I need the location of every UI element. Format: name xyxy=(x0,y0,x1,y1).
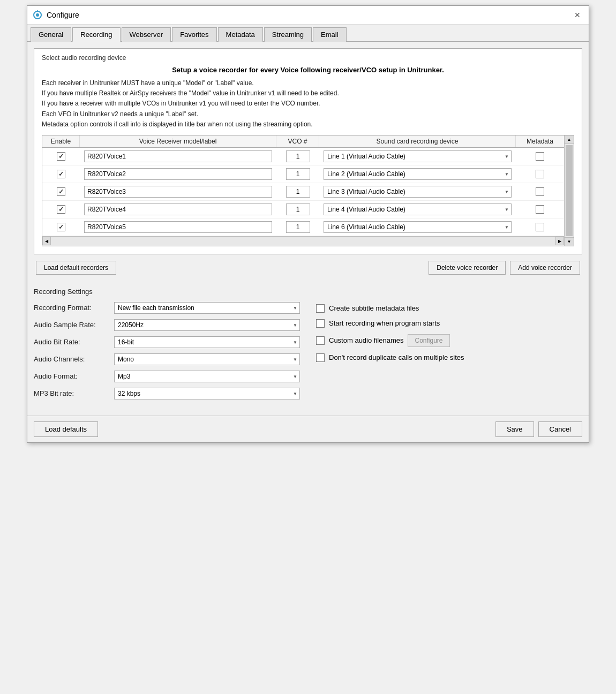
meta-checkbox-1[interactable] xyxy=(536,152,544,161)
checkbox-row-customnames: Custom audio filenames Configure xyxy=(316,334,582,347)
model-cell-1 xyxy=(80,150,276,162)
svg-point-1 xyxy=(36,13,39,17)
close-button[interactable]: ✕ xyxy=(572,9,583,21)
configure-window: Configure ✕ General Recording Webserver … xyxy=(27,5,589,443)
info-line-2: If you have multiple Realtek or AirSpy r… xyxy=(42,88,574,99)
col-soundcard: Sound card recording device xyxy=(319,135,516,147)
col-vco: VCO # xyxy=(276,135,319,147)
model-input-1[interactable] xyxy=(84,150,272,162)
title-bar: Configure ✕ xyxy=(27,6,589,25)
soundcard-select-1[interactable]: Line 1 (Virtual Audio Cable) xyxy=(324,150,512,162)
info-line-1: Each receiver in Unitrunker MUST have a … xyxy=(42,78,574,88)
settings-title: Recording Settings xyxy=(34,288,582,296)
samplerate-select[interactable]: 22050Hz xyxy=(114,319,300,331)
soundcard-select-2[interactable]: Line 2 (Virtual Audio Cable) xyxy=(324,168,512,180)
tab-webserver[interactable]: Webserver xyxy=(122,27,171,42)
footer-right-buttons: Save Cancel xyxy=(495,421,582,437)
table-body: Line 1 (Virtual Audio Cable) xyxy=(42,148,564,236)
table-row: Line 1 (Virtual Audio Cable) xyxy=(42,148,564,165)
table-main: Enable Voice Receiver model/label VCO # … xyxy=(42,135,564,246)
meta-checkbox-3[interactable] xyxy=(536,187,544,196)
tab-metadata[interactable]: Metadata xyxy=(218,27,263,42)
soundcard-cell-1: Line 1 (Virtual Audio Cable) xyxy=(319,150,516,162)
enable-checkbox-2[interactable] xyxy=(57,170,65,178)
load-defaults-button[interactable]: Load defaults xyxy=(34,421,98,437)
recording-section: Select audio recording device Setup a vo… xyxy=(34,48,582,254)
tab-bar: General Recording Webserver Favorites Me… xyxy=(27,25,589,42)
window-title: Configure xyxy=(47,11,79,19)
main-content: Select audio recording device Setup a vo… xyxy=(27,42,589,416)
mp3bitrate-select[interactable]: 32 kbps xyxy=(114,388,300,399)
setting-row-channels: Audio Channels: Mono xyxy=(34,353,300,365)
enable-checkbox-3[interactable] xyxy=(57,187,65,196)
scroll-track xyxy=(51,237,555,246)
delete-voice-recorder-button[interactable]: Delete voice recorder xyxy=(429,261,506,275)
settings-grid: Recording Format: New file each transmis… xyxy=(34,302,582,405)
customnames-checkbox[interactable] xyxy=(316,336,325,345)
vco-input-4[interactable] xyxy=(286,203,310,215)
scroll-left-btn[interactable]: ◀ xyxy=(42,237,51,245)
setting-row-format: Recording Format: New file each transmis… xyxy=(34,302,300,314)
load-default-recorders-button[interactable]: Load default recorders xyxy=(36,261,116,275)
samplerate-label: Audio Sample Rate: xyxy=(34,321,109,329)
meta-checkbox-5[interactable] xyxy=(536,223,544,231)
meta-checkbox-2[interactable] xyxy=(536,170,544,178)
enable-checkbox-5[interactable] xyxy=(57,223,65,231)
soundcard-select-3[interactable]: Line 3 (Virtual Audio Cable) xyxy=(324,186,512,198)
channels-label: Audio Channels: xyxy=(34,355,109,363)
noduplicate-checkbox[interactable] xyxy=(316,353,325,362)
audioformat-select[interactable]: Mp3 xyxy=(114,371,300,382)
soundcard-wrapper-1: Line 1 (Virtual Audio Cable) xyxy=(324,150,512,162)
vco-input-5[interactable] xyxy=(286,221,310,233)
autostart-checkbox[interactable] xyxy=(316,319,325,328)
enable-checkbox-4[interactable] xyxy=(57,205,65,214)
vertical-scrollbar[interactable]: ▲ ▼ xyxy=(564,135,574,246)
tab-favorites[interactable]: Favorites xyxy=(172,27,216,42)
meta-cell-1 xyxy=(516,152,564,161)
channels-select[interactable]: Mono xyxy=(114,353,300,365)
tab-recording[interactable]: Recording xyxy=(72,27,120,42)
soundcard-select-4[interactable]: Line 4 (Virtual Audio Cable) xyxy=(324,203,512,215)
col-model: Voice Receiver model/label xyxy=(80,135,276,147)
vco-input-3[interactable] xyxy=(286,186,310,198)
table-row: Line 4 (Virtual Audio Cable) xyxy=(42,201,564,218)
model-input-2[interactable] xyxy=(84,168,272,180)
meta-checkbox-4[interactable] xyxy=(536,205,544,214)
cancel-button[interactable]: Cancel xyxy=(538,421,582,437)
scroll-down-btn[interactable]: ▼ xyxy=(565,237,574,246)
info-line-5: Metadata option controls if call info is… xyxy=(42,119,574,130)
vco-input-2[interactable] xyxy=(286,168,310,180)
model-input-4[interactable] xyxy=(84,203,272,215)
format-select[interactable]: New file each transmission xyxy=(114,302,300,314)
autostart-label: Start recording when program starts xyxy=(329,319,440,327)
table-row: Line 2 (Virtual Audio Cable) xyxy=(42,165,564,183)
subtitle-checkbox[interactable] xyxy=(316,304,325,313)
scroll-right-btn[interactable]: ▶ xyxy=(555,237,564,245)
horizontal-scrollbar[interactable]: ◀ ▶ xyxy=(42,236,564,246)
bitrate-select[interactable]: 16-bit xyxy=(114,336,300,348)
vco-input-1[interactable] xyxy=(286,150,310,162)
custom-audio-configure-button[interactable]: Configure xyxy=(408,334,449,347)
tab-general[interactable]: General xyxy=(31,27,71,42)
soundcard-select-5[interactable]: Line 6 (Virtual Audio Cable) xyxy=(324,221,512,233)
section-title: Select audio recording device xyxy=(42,54,574,62)
tab-email[interactable]: Email xyxy=(313,27,347,42)
table-header: Enable Voice Receiver model/label VCO # … xyxy=(42,135,564,148)
save-button[interactable]: Save xyxy=(495,421,534,437)
col-enable: Enable xyxy=(42,135,80,147)
model-input-3[interactable] xyxy=(84,186,272,198)
customnames-label: Custom audio filenames xyxy=(329,336,403,344)
app-icon xyxy=(33,10,42,20)
noduplicate-label: Don't record duplicate calls on multiple… xyxy=(329,353,464,361)
footer: Load defaults Save Cancel xyxy=(27,416,589,442)
setting-row-bitrate: Audio Bit Rate: 16-bit xyxy=(34,336,300,348)
recording-settings: Recording Settings Recording Format: New… xyxy=(34,283,582,409)
scroll-up-btn[interactable]: ▲ xyxy=(565,135,574,144)
info-line-3: If you have a receiver with multiple VCO… xyxy=(42,99,574,109)
tab-streaming[interactable]: Streaming xyxy=(264,27,312,42)
model-input-5[interactable] xyxy=(84,221,272,233)
settings-left: Recording Format: New file each transmis… xyxy=(34,302,300,405)
add-voice-recorder-button[interactable]: Add voice recorder xyxy=(510,261,580,275)
info-text: Each receiver in Unitrunker MUST have a … xyxy=(42,78,574,130)
enable-checkbox-1[interactable] xyxy=(57,152,65,161)
